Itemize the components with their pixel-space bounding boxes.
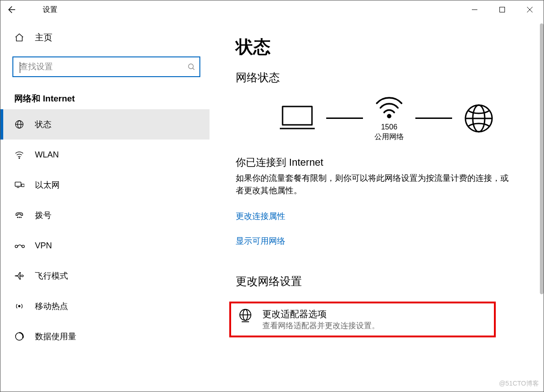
adapter-options-icon	[238, 308, 253, 324]
sidebar-item-label: VPN	[35, 241, 52, 251]
section-change-network-settings: 更改网络设置	[236, 274, 538, 289]
maximize-button[interactable]	[488, 0, 516, 19]
search-icon	[187, 63, 196, 71]
wifi-icon	[14, 150, 24, 160]
data-usage-icon	[14, 331, 24, 342]
diagram-network-type: 公用网络	[374, 132, 404, 142]
vpn-icon	[14, 241, 25, 251]
connected-body: 如果你的流量套餐有限制，则你可以将此网络设置为按流量计费的连接，或者更改其他属性…	[236, 172, 511, 197]
svg-point-23	[388, 115, 391, 118]
svg-point-10	[19, 157, 20, 158]
svg-point-15	[19, 217, 19, 218]
diagram-ssid: 1506	[374, 123, 404, 132]
svg-point-14	[17, 217, 18, 218]
sidebar-item-label: 以太网	[35, 179, 60, 190]
page-title: 状态	[236, 35, 538, 59]
close-icon	[527, 6, 533, 13]
svg-rect-21	[283, 106, 312, 125]
svg-rect-11	[15, 182, 21, 186]
svg-rect-2	[500, 7, 505, 12]
titlebar: 设置	[0, 0, 544, 19]
link-show-available-networks[interactable]: 显示可用网络	[236, 235, 285, 246]
search-input[interactable]	[12, 56, 200, 77]
scrollbar[interactable]	[540, 23, 544, 392]
section-network-status: 网络状态	[236, 70, 538, 85]
svg-point-16	[21, 217, 21, 218]
sidebar-item-ethernet[interactable]: 以太网	[0, 170, 210, 200]
dialup-icon	[14, 210, 24, 220]
sidebar-item-label: 移动热点	[35, 301, 68, 312]
sidebar-home-label: 主页	[35, 32, 52, 44]
svg-point-5	[188, 64, 193, 69]
sidebar-item-status[interactable]: 状态	[0, 109, 210, 140]
close-button[interactable]	[516, 0, 544, 19]
sidebar-item-hotspot[interactable]: 移动热点	[0, 291, 210, 321]
svg-rect-12	[22, 184, 24, 187]
svg-line-6	[193, 68, 194, 70]
connected-heading: 你已连接到 Internet	[236, 156, 538, 169]
option-description: 查看网络适配器并更改连接设置。	[262, 320, 380, 331]
svg-point-18	[22, 245, 25, 248]
sidebar-item-label: WLAN	[35, 150, 59, 160]
connector-line	[415, 118, 452, 119]
watermark: @51CTO博客	[499, 380, 539, 388]
sidebar-item-label: 数据使用量	[35, 331, 76, 342]
wifi-large-icon	[375, 95, 403, 119]
globe-icon	[14, 119, 24, 129]
minimize-button[interactable]	[461, 0, 488, 19]
text-cursor	[20, 62, 20, 73]
svg-point-19	[18, 305, 20, 307]
svg-point-17	[15, 245, 18, 248]
back-button[interactable]	[0, 0, 23, 19]
sidebar-category: 网络和 Internet	[0, 77, 210, 109]
sidebar-item-wlan[interactable]: WLAN	[0, 140, 210, 170]
computer-icon	[280, 105, 315, 132]
sidebar-item-vpn[interactable]: VPN	[0, 230, 210, 261]
ethernet-icon	[14, 180, 24, 190]
home-icon	[14, 33, 24, 43]
link-change-connection-properties[interactable]: 更改连接属性	[236, 211, 285, 222]
option-title: 更改适配器选项	[262, 308, 380, 320]
sidebar-item-airplane[interactable]: 飞行模式	[0, 261, 210, 291]
arrow-left-icon	[6, 4, 17, 15]
sidebar-item-label: 拨号	[35, 210, 51, 221]
network-diagram: 1506 公用网络	[236, 95, 538, 142]
minimize-icon	[471, 6, 478, 13]
globe-large-icon	[464, 103, 494, 134]
search-field[interactable]	[19, 62, 187, 72]
window-title: 设置	[43, 5, 57, 15]
connector-line	[326, 118, 363, 119]
sidebar-item-label: 状态	[35, 119, 51, 130]
content: 状态 网络状态 1506 公用网络	[226, 28, 538, 392]
sidebar: 主页 网络和 Internet 状态 WLAN	[0, 23, 210, 392]
scrollbar-thumb[interactable]	[540, 23, 544, 294]
airplane-icon	[14, 271, 24, 281]
hotspot-icon	[14, 301, 24, 311]
sidebar-item-datausage[interactable]: 数据使用量	[0, 321, 210, 352]
sidebar-item-dialup[interactable]: 拨号	[0, 200, 210, 230]
maximize-icon	[499, 6, 505, 13]
sidebar-item-label: 飞行模式	[35, 270, 68, 281]
sidebar-home[interactable]: 主页	[0, 23, 210, 52]
option-change-adapter[interactable]: 更改适配器选项 查看网络适配器并更改连接设置。	[229, 302, 496, 337]
